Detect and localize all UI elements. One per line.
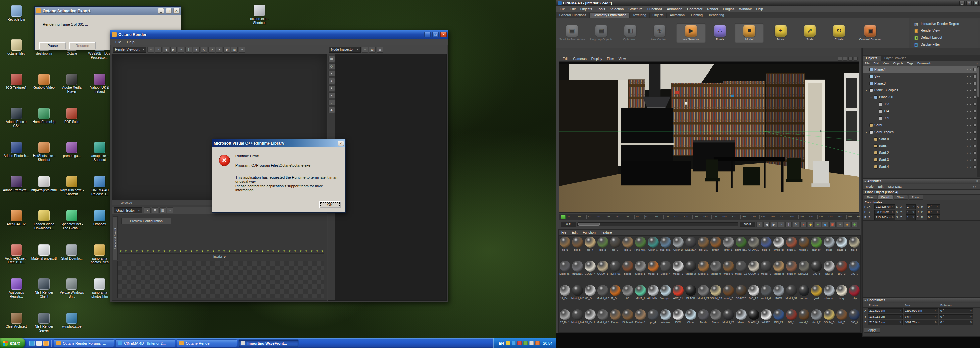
- material-swatch[interactable]: MetalFu..: [558, 260, 571, 284]
- attributes-mode-item[interactable]: Mode: [864, 185, 876, 188]
- stepper[interactable]: ⇅: [937, 206, 939, 208]
- keyframe-marker[interactable]: ▼: [179, 250, 182, 252]
- keyframe-marker-track[interactable]: ▼▼▼▼▼▼▼▼▼▼▼▼▼▼▼▼▼▼▼▼▼▼▼▼▼▼▼▼▼▼▼▼▼▼▼▼▼▼: [119, 249, 324, 254]
- toolbar-points[interactable]: ∴Points: [706, 23, 735, 43]
- menu-item[interactable]: Structure: [626, 6, 645, 11]
- visibility-dots[interactable]: ● ●: [967, 166, 972, 168]
- material-swatch[interactable]: BLACK_2: [747, 308, 760, 332]
- desktop-icon[interactable]: octane_files: [3, 40, 30, 56]
- attributes-tab[interactable]: Phong: [909, 195, 923, 200]
- material-swatch[interactable]: MetalBu..: [571, 260, 584, 284]
- keyframe-marker[interactable]: ▼: [135, 250, 138, 252]
- material-swatch[interactable]: pc_4: [647, 308, 659, 332]
- menu-item[interactable]: Plugins: [721, 6, 737, 11]
- desktop-icon[interactable]: Yahoo! UK & Ireland: [86, 73, 113, 93]
- coordinate-field[interactable]: 713.943 cm⇅: [868, 320, 902, 325]
- material-swatch[interactable]: Color_2: [672, 236, 684, 260]
- object-tree-item[interactable]: Sard.3● ●: [863, 156, 977, 163]
- menu-item[interactable]: Render: [705, 6, 721, 11]
- material-swatch[interactable]: metal_d: [760, 284, 772, 308]
- menu-item[interactable]: Help: [124, 40, 138, 45]
- material-swatch[interactable]: bld_7: [835, 308, 848, 332]
- desktop-icon[interactable]: Veluxe Windows Sh...: [58, 278, 86, 298]
- material-swatch[interactable]: Model_0.4: [571, 308, 584, 332]
- visibility-dots[interactable]: ● ●: [967, 145, 972, 147]
- key-button[interactable]: ●: [800, 222, 807, 227]
- desktop-icon[interactable]: octane.exe - Shortcut: [246, 5, 273, 24]
- dock-item[interactable]: ▣Render View: [912, 27, 977, 34]
- start-button[interactable]: start: [0, 338, 25, 348]
- keyframe-marker[interactable]: ▼: [130, 250, 133, 252]
- objects-menu-item[interactable]: Edit: [872, 61, 881, 65]
- keyframe-marker[interactable]: ▼: [207, 250, 209, 252]
- toolbar-scroll-to-first-active[interactable]: ▤Scroll to First Active: [558, 23, 587, 43]
- material-swatch[interactable]: glass_1: [835, 236, 848, 260]
- c4d-titlebar[interactable]: CINEMA 4D - [Interior 2.c4d *] _ □ ✕: [556, 0, 980, 6]
- viewport-menu-item[interactable]: Cameras: [571, 57, 589, 61]
- toolbar-axis-center[interactable]: ⊕Axis Center...: [645, 23, 674, 43]
- toolbar-live-selection[interactable]: ▶Live Selection: [676, 23, 706, 43]
- dock-item[interactable]: ▧Interactive Render Region: [912, 20, 977, 27]
- stepper[interactable]: ⇅: [892, 211, 894, 214]
- viewport-menu-item[interactable]: Edit: [560, 57, 571, 61]
- viewport-tool-icon[interactable]: ■: [193, 47, 200, 53]
- desktop-icon[interactable]: Archive3D.net - Free 15.0...: [3, 244, 30, 264]
- material-swatch[interactable]: BIC_5: [848, 308, 861, 332]
- coordinate-field[interactable]: 0 °⇅: [939, 314, 974, 319]
- desktop-icon[interactable]: http-kraljevo.html: [30, 176, 57, 192]
- keyframe-marker[interactable]: ▼: [261, 250, 264, 252]
- graph-tool-icon[interactable]: ▦: [159, 208, 166, 214]
- desktop-icon[interactable]: panorama photos.htm: [86, 278, 113, 298]
- material-swatch[interactable]: HDRI_01: [609, 260, 621, 284]
- toolbar-scale[interactable]: ⇗Scale: [795, 23, 824, 43]
- material-swatch[interactable]: leaf_gr: [810, 236, 823, 260]
- ok-button[interactable]: OK: [320, 201, 341, 208]
- desktop-icon[interactable]: PDF Suite: [58, 108, 86, 124]
- menu-item[interactable]: Functions: [645, 6, 665, 11]
- material-swatch[interactable]: BIC_1: [848, 260, 861, 284]
- playback-button[interactable]: ↻: [792, 222, 799, 227]
- attribute-value-field[interactable]: 713.943 cm⇅: [874, 215, 895, 220]
- material-swatch[interactable]: carbon: [797, 284, 810, 308]
- stepper[interactable]: ⇅: [892, 206, 894, 208]
- attributes-mode-item[interactable]: User Data: [886, 185, 904, 188]
- objects-panel-tab[interactable]: Layer Browser: [881, 56, 909, 61]
- material-swatch[interactable]: Einbau.1: [634, 308, 647, 332]
- project-tab[interactable]: Unnamed Project: [113, 216, 118, 260]
- stepper[interactable]: ⇅: [935, 321, 937, 324]
- material-swatch[interactable]: bld_4: [584, 236, 596, 260]
- menu-item[interactable]: Window: [737, 6, 754, 11]
- stepper[interactable]: ⇅: [899, 321, 901, 324]
- stepper[interactable]: ⇅: [912, 211, 915, 214]
- material-swatch[interactable]: brick_1: [785, 236, 797, 260]
- material-swatch[interactable]: MINT_1: [634, 284, 647, 308]
- tray-icon[interactable]: [506, 341, 510, 345]
- attributes-tab[interactable]: Coord.: [878, 195, 893, 200]
- menu-item[interactable]: Animation: [665, 6, 685, 11]
- language-indicator[interactable]: EN: [499, 342, 504, 345]
- material-swatch[interactable]: 05_De.1: [584, 308, 596, 332]
- stepper[interactable]: ⇅: [970, 321, 972, 324]
- node-inspector-content[interactable]: [336, 54, 446, 300]
- attribute-value-field[interactable]: 0 °⇅: [927, 210, 940, 215]
- viewport-tool-icon[interactable]: «: [155, 47, 162, 53]
- viewport-tool-icon[interactable]: ∥: [185, 47, 192, 53]
- visibility-dots[interactable]: ● ●: [967, 89, 972, 91]
- palette-tab[interactable]: Lighting: [688, 13, 706, 18]
- viewport-tool-icon[interactable]: ◀: [162, 47, 169, 53]
- material-swatch[interactable]: Model_22: [722, 308, 735, 332]
- desktop-icon[interactable]: AusLogics Registr...: [3, 278, 30, 298]
- desktop-icon[interactable]: Adobe Photosh...: [3, 142, 30, 158]
- restore-button[interactable]: □: [966, 1, 972, 5]
- coordinate-field[interactable]: 0 cm⇅: [904, 314, 938, 319]
- timeline-playhead[interactable]: [560, 215, 566, 219]
- tray-icon[interactable]: [530, 341, 534, 345]
- desktop-icon[interactable]: [CG Textures]: [3, 73, 30, 90]
- material-swatch[interactable]: BRAVES: [735, 284, 747, 308]
- graph-tool-icon[interactable]: ▾: [144, 208, 151, 214]
- stepper[interactable]: ⇅: [970, 315, 972, 318]
- object-tree-item[interactable]: 099● ●: [863, 115, 977, 121]
- desktop-icon[interactable]: amap.exe - Shortcut: [86, 142, 113, 162]
- toolbar-content-browser[interactable]: ▣Content Browser: [856, 23, 885, 43]
- node-graph-canvas[interactable]: [117, 261, 325, 298]
